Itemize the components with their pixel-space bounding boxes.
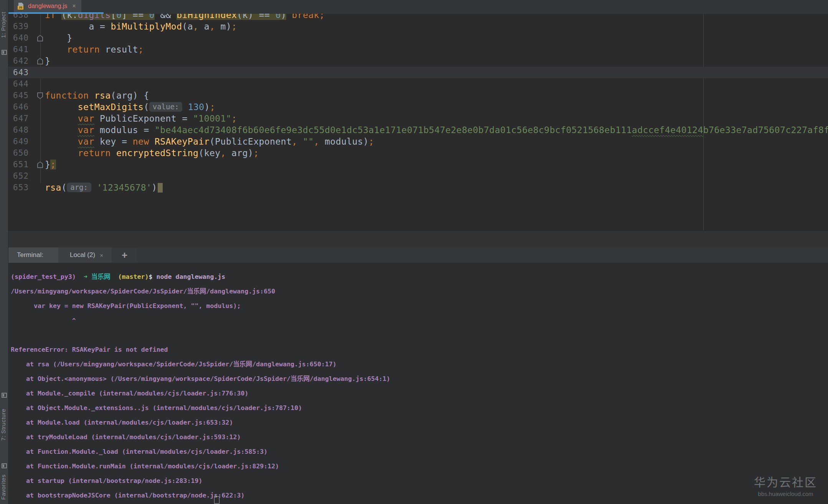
tab-danglewang-js[interactable]: JS danglewang.js ×	[14, 0, 81, 12]
code-text: return result;	[45, 44, 143, 55]
structure-tool-icon[interactable]	[2, 393, 7, 398]
code-token: (	[61, 183, 67, 193]
watermark: 华为云社区 bbs.huaweicloud.com	[754, 473, 817, 497]
code-token: m)	[215, 21, 231, 31]
terminal-output[interactable]: (spider_test_py3) ➜ 当乐网 (master)$ node d…	[8, 263, 828, 504]
code-line: 650 return encryptedString(key, arg);	[8, 147, 828, 159]
terminal-text: ➜	[84, 273, 87, 280]
code-token: ] ==	[122, 14, 149, 20]
code-token: }	[45, 33, 73, 43]
line-number[interactable]: 645	[13, 90, 29, 101]
terminal-line: at Function.Module.runMain (internal/mod…	[11, 459, 828, 474]
terminal-text: 当乐网	[91, 273, 111, 280]
terminal-line: at Module._compile (internal/modules/cjs…	[11, 386, 828, 401]
code-token: )	[205, 102, 210, 112]
code-token	[149, 137, 155, 147]
sidebar-item-project[interactable]: 1: Project	[0, 3, 8, 47]
code-text: if (k.digits[0] == 0 && biHighIndex(k) =…	[45, 14, 325, 21]
code-token: arg)	[226, 148, 254, 158]
line-number[interactable]: 648	[13, 124, 29, 136]
line-number[interactable]: 650	[13, 147, 29, 159]
code-token: "be44aec4d73408f6b60e6fe9e3dc55d0e1dc53a…	[155, 125, 632, 135]
fold-marker-icon[interactable]	[37, 35, 43, 41]
code-token: ,	[314, 137, 319, 147]
code-text: a = biMultiplyMod(a, a, m);	[45, 21, 237, 32]
project-tool-icon[interactable]	[2, 50, 7, 55]
line-number[interactable]: 639	[13, 21, 29, 32]
code-token: (a	[182, 21, 193, 31]
close-terminal-tab-icon[interactable]: ×	[100, 252, 103, 259]
line-number[interactable]: 644	[13, 78, 29, 90]
code-line: 651};	[8, 159, 828, 170]
code-token: 0	[149, 14, 155, 20]
code-token: rsa	[45, 183, 61, 193]
code-token: (arg) {	[111, 91, 149, 100]
code-token: }	[45, 160, 50, 170]
code-token: ;	[231, 21, 237, 31]
favorites-tool-icon[interactable]	[2, 463, 7, 468]
terminal-line: at bootstrapNodeJSCore (internal/bootstr…	[11, 488, 828, 503]
terminal-text: ReferenceError: RSAKeyPair is not define…	[11, 346, 168, 353]
terminal-tab-local[interactable]: Local (2) ×	[58, 247, 112, 263]
code-token: biHighIndex	[176, 14, 237, 20]
line-number[interactable]: 653	[13, 182, 29, 193]
line-number[interactable]: 641	[13, 44, 29, 55]
code-token: ,	[193, 21, 198, 31]
terminal-text	[87, 273, 91, 280]
code-token: "10001"	[193, 114, 231, 124]
line-number[interactable]: 642	[13, 55, 29, 67]
terminal-text: at Function.Module._load (internal/modul…	[11, 448, 267, 455]
line-number[interactable]: 640	[13, 32, 29, 44]
code-token: k	[67, 14, 72, 20]
code-token	[297, 137, 303, 147]
code-token: function	[45, 91, 94, 100]
terminal-line: var key = new RSAKeyPair(PublicExponent,…	[11, 299, 828, 313]
fold-marker-icon[interactable]	[37, 58, 43, 64]
line-number[interactable]: 649	[13, 136, 29, 147]
code-token: return	[78, 148, 111, 158]
editor-terminal-divider[interactable]	[8, 231, 828, 247]
terminal-text: at tryModuleLoad (internal/modules/cjs/l…	[11, 433, 241, 441]
line-number[interactable]: 651	[13, 159, 29, 170]
code-editor[interactable]: 638if (k.digits[0] == 0 && biHighIndex(k…	[8, 14, 828, 231]
watermark-title: 华为云社区	[754, 473, 817, 490]
line-number[interactable]: 647	[13, 113, 29, 124]
terminal-line: at Module.load (internal/modules/cjs/loa…	[11, 415, 828, 430]
code-text: var modulus = "be44aec4d73408f6b60e6fe9e…	[45, 124, 828, 136]
code-text: return encryptedString(key, arg);	[45, 147, 259, 159]
code-token	[45, 148, 78, 158]
code-token: ;	[369, 137, 374, 147]
code-text: function rsa(arg) {	[45, 90, 149, 101]
sidebar-item-favorites[interactable]: Favorites	[0, 470, 8, 504]
code-token: (	[61, 14, 67, 20]
code-text: setMaxDigits(value: 130);	[45, 101, 215, 113]
terminal-text: (spider_test_py3)	[11, 273, 76, 280]
code-token: digits	[78, 14, 111, 20]
close-tab-icon[interactable]: ×	[72, 3, 76, 10]
code-token: ;	[231, 114, 237, 124]
parameter-hint: arg:	[67, 183, 91, 192]
watermark-subtitle: bbs.huaweicloud.com	[754, 491, 817, 497]
terminal-text: at Module._compile (internal/modules/cjs…	[11, 390, 248, 397]
line-number[interactable]: 652	[13, 170, 29, 182]
code-text: }	[45, 55, 50, 67]
code-token	[45, 125, 78, 135]
fold-marker-icon[interactable]	[37, 92, 43, 99]
line-number[interactable]: 646	[13, 101, 29, 113]
new-terminal-button[interactable]: +	[112, 247, 137, 263]
line-number[interactable]: 643	[13, 67, 29, 78]
code-token: encryptedString	[116, 148, 198, 158]
terminal-line: at Object.Module._extensions..js (intern…	[11, 401, 828, 415]
code-token: 0	[116, 14, 122, 20]
terminal-cursor	[214, 496, 219, 504]
terminal-bar-spacer	[137, 247, 828, 263]
code-token: ;	[319, 14, 325, 20]
sidebar-item-structure[interactable]: 7: Structure	[0, 400, 8, 450]
code-token: rsa	[94, 91, 111, 100]
code-line: 652	[8, 170, 828, 182]
editor-tab-bar: JS danglewang.js ×	[8, 0, 828, 14]
line-number[interactable]: 638	[13, 14, 29, 21]
fold-marker-icon[interactable]	[37, 161, 43, 168]
code-line: 639 a = biMultiplyMod(a, a, m);	[8, 21, 828, 32]
code-lines: 638if (k.digits[0] == 0 && biHighIndex(k…	[8, 14, 828, 193]
